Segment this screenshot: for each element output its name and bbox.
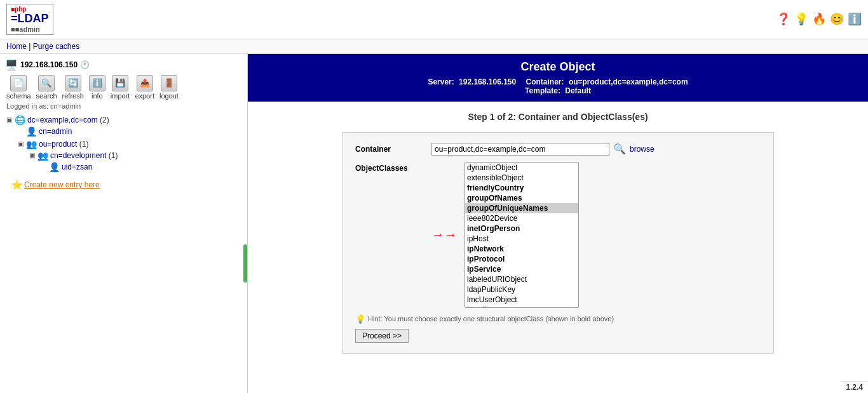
option-groupOfUniqueNames[interactable]: groupOfUniqueNames [465,203,578,213]
link-root[interactable]: dc=example,dc=com [27,116,98,124]
import-icon: 💾 [112,75,128,91]
option-ieee802Device[interactable]: ieee802Device [465,213,578,223]
option-ipNetwork[interactable]: ipNetwork [465,244,578,254]
browse-link[interactable]: browse [630,145,654,154]
panel-header: Create Object Server: 192.168.106.150 Co… [248,54,868,102]
node-label-root[interactable]: dc=example,dc=com (2) [27,116,109,124]
server-icon: 🖥️ [5,59,18,71]
collapse-icon-root: ▣ [6,116,13,123]
info-icon: ℹ️ [89,75,105,91]
form-section: Container 🔍 browse ObjectClasses →→ [342,132,774,354]
option-ldapPublicKey[interactable]: ldapPublicKey [465,284,578,295]
link-uid-zsan[interactable]: uid=zsan [62,163,92,171]
fire-icon[interactable]: 🔥 [812,12,826,26]
tree-row-cn-admin[interactable]: 👤 cn=admin [18,126,241,137]
option-dynamicObject[interactable]: dynamicObject [465,163,578,173]
option-friendlyCountry[interactable]: friendlyCountry [465,183,578,193]
logout-icon: 🚪 [161,75,177,91]
option-labeledURIObject[interactable]: labeledURIObject [465,274,578,284]
import-button[interactable]: 💾 import [111,75,130,100]
option-inetOrgPerson[interactable]: inetOrgPerson [465,223,578,234]
schema-icon: 📄 [10,75,27,91]
logo-ldap: =LDAP [11,13,49,25]
right-panel: Create Object Server: 192.168.106.150 Co… [248,54,868,393]
breadcrumb: Home | Purge caches [0,39,868,54]
create-entry-link[interactable]: Create new entry here [24,180,100,189]
option-ipProtocol[interactable]: ipProtocol [465,254,578,264]
group-icon-cn-development: 👥 [37,150,48,161]
option-lmcUserObject[interactable]: lmcUserObject [465,295,578,305]
option-ipHost[interactable]: ipHost [465,234,578,244]
hint-content: Hint: You must choose exactly one struct… [368,315,614,323]
import-label: import [111,92,130,100]
search-icon: 🔍 [38,75,55,91]
node-label-uid-zsan[interactable]: uid=zsan [62,163,92,171]
link-ou-product[interactable]: ou=product [39,140,77,149]
count-ou-product: (1) [79,140,89,149]
refresh-label: refresh [62,92,84,100]
objectclass-select-wrapper: dynamicObject extensibleObject friendlyC… [465,162,579,308]
bulb-icon[interactable]: 💡 [794,12,808,26]
logo: ■php =LDAP ■■admin [6,4,53,35]
export-icon: 📤 [137,75,153,91]
container-row: Container 🔍 browse [355,143,761,156]
star-icon: ⭐ [11,180,22,190]
header-icons: ❓ 💡 🔥 😊 ℹ️ [776,12,862,26]
tree-row-ou-product[interactable]: ▣ 👥 ou=product (1) [18,139,241,149]
container-field-label: Container [355,143,425,154]
smile-icon[interactable]: 😊 [830,12,844,26]
server-value: 192.168.106.150 [459,77,516,86]
info-circle-icon[interactable]: ℹ️ [848,12,862,26]
tree-item-cn-development: ▣ 👥 cn=development (1) [29,149,241,175]
container-value: ou=product,dc=example,dc=com [569,77,688,86]
export-button[interactable]: 📤 export [135,75,154,100]
tree-row-root[interactable]: ▣ 🌐 dc=example,dc=com (2) [6,115,241,125]
link-cn-development[interactable]: cn=development [50,151,106,160]
container-input[interactable] [431,143,609,156]
logo-box: ■php =LDAP ■■admin [6,4,53,35]
breadcrumb-home[interactable]: Home [6,42,27,51]
arrow-container: →→ [431,227,457,242]
logout-label: logout [159,92,179,100]
logout-button[interactable]: 🚪 logout [159,75,179,100]
tree-row-cn-development[interactable]: ▣ 👥 cn=development (1) [29,150,241,161]
tree-children-cn-development: 👤 uid=zsan [29,161,241,173]
user-icon-cn-admin: 👤 [26,126,37,137]
sidebar-scroll-indicator [243,244,247,283]
tree-row-create-entry[interactable]: ⭐ Create new entry here [6,180,241,190]
panel-sub-info: Server: 192.168.106.150 Container: ou=pr… [261,77,855,95]
objectclasses-label: ObjectClasses [355,162,425,173]
panel-title: Create Object [261,60,855,74]
option-locality[interactable]: locality [465,305,578,308]
breadcrumb-purge-caches[interactable]: Purge caches [33,42,79,51]
proceed-button[interactable]: Proceed >> [355,329,409,343]
browse-icon: 🔍 [613,143,626,155]
option-extensibleObject[interactable]: extensibleObject [465,173,578,183]
node-label-cn-admin[interactable]: cn=admin [39,127,72,136]
search-button[interactable]: 🔍 search [36,75,57,100]
help-icon[interactable]: ❓ [776,12,790,26]
option-ipService[interactable]: ipService [465,264,578,274]
tree-row-uid-zsan[interactable]: 👤 uid=zsan [41,162,241,172]
link-cn-admin[interactable]: cn=admin [39,127,72,136]
sidebar-server-ip: 192.168.106.150 [20,60,78,69]
option-groupOfNames[interactable]: groupOfNames [465,193,578,203]
schema-button[interactable]: 📄 schema [6,75,31,100]
count-root: (2) [100,116,109,124]
step-title: Step 1 of 2: Container and ObjectClass(e… [261,112,855,122]
group-icon-ou-product: 👥 [26,139,37,149]
panel-body: Step 1 of 2: Container and ObjectClass(e… [248,102,868,364]
tree-item-ou-product: ▣ 👥 ou=product (1) ▣ [18,138,241,176]
top-header: ■php =LDAP ■■admin ❓ 💡 🔥 😊 ℹ️ [0,0,868,39]
directory-tree: ▣ 🌐 dc=example,dc=com (2) 👤 [3,112,245,191]
objectclasses-row: ObjectClasses →→ dynamicObject extensibl… [355,162,761,308]
objectclass-select[interactable]: dynamicObject extensibleObject friendlyC… [465,162,579,308]
server-label: Server: [428,77,454,86]
node-label-ou-product[interactable]: ou=product (1) [39,140,88,149]
node-label-cn-development[interactable]: cn=development (1) [50,151,118,160]
info-button[interactable]: ℹ️ info [89,75,105,100]
objectclasses-wrap: →→ dynamicObject extensibleObject friend… [431,162,761,308]
tree-item-root: ▣ 🌐 dc=example,dc=com (2) 👤 [6,114,241,177]
refresh-button[interactable]: 🔄 refresh [62,75,84,100]
clock-icon: 🕐 [80,60,90,69]
